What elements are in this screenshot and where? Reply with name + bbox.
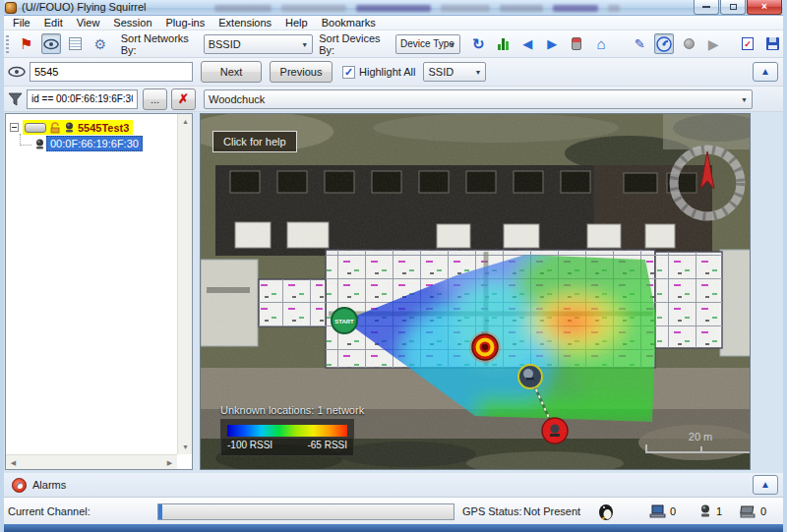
redacted-title-text — [214, 4, 620, 13]
sort-networks-select[interactable]: BSSID ▼ — [204, 34, 314, 54]
rssi-legend: Unknown locations: 1 network -100 RSSI -… — [220, 404, 364, 456]
close-button[interactable]: × — [747, 0, 782, 15]
flag-icon: ⚑ — [20, 35, 32, 53]
sort-devices-select[interactable]: Device Type ▼ — [395, 34, 460, 54]
save-button[interactable] — [762, 33, 782, 54]
gps-status-label: GPS Status: — [462, 505, 522, 517]
filter-funnel-icon — [8, 92, 23, 106]
map-selector-value: Woodchuck — [209, 93, 265, 105]
collapse-search-button[interactable]: ▲ — [753, 62, 778, 82]
home-button[interactable]: ⌂ — [591, 33, 611, 54]
device-power-button[interactable] — [567, 33, 586, 54]
menu-file[interactable]: File — [6, 17, 37, 29]
highlight-all-checkbox[interactable]: ✓ Highlight All — [342, 66, 415, 79]
menu-view[interactable]: View — [70, 17, 107, 29]
penguin-icon — [598, 502, 614, 520]
tree-connector — [20, 134, 31, 146]
back-button[interactable]: ◀ — [517, 33, 537, 54]
menu-edit[interactable]: Edit — [37, 17, 70, 29]
filter-browse-button[interactable]: ... — [143, 89, 167, 110]
gear-icon: ⚙ — [94, 36, 107, 52]
settings-button[interactable]: ⚙ — [91, 33, 110, 54]
laptop-count-value: 0 — [670, 505, 676, 517]
arrow-left-icon: ◀ — [522, 36, 532, 51]
list-icon — [69, 37, 82, 50]
chart-icon — [498, 38, 509, 50]
checkbox-check-icon: ✓ — [342, 66, 355, 79]
chevron-down-icon: ▼ — [475, 69, 482, 76]
radar-icon — [656, 36, 672, 52]
laptop-count: 0 — [649, 504, 676, 518]
chevron-down-icon: ▼ — [741, 96, 748, 103]
arrow-right-icon: ▶ — [547, 36, 557, 51]
chevron-down-icon: ▼ — [449, 41, 455, 48]
highlight-all-label: Highlight All — [359, 66, 415, 78]
network-root-label[interactable]: 5545Test3 — [78, 122, 129, 134]
maximize-button[interactable] — [720, 0, 746, 15]
help-button[interactable]: Click for help — [212, 131, 297, 152]
antenna-icon — [33, 138, 46, 150]
map-selector[interactable]: Woodchuck ▼ — [204, 89, 753, 109]
filter-expression-input[interactable] — [27, 89, 138, 109]
search-toolbar: Next Previous ✓ Highlight All SSID ▼ ▲ — [0, 58, 787, 87]
menu-extensions[interactable]: Extensions — [212, 17, 278, 29]
gps-status-value: Not Present — [523, 505, 580, 517]
next-button[interactable]: Next — [201, 61, 262, 83]
checklist-button[interactable]: ✓ — [738, 33, 757, 54]
toolbar-grip[interactable] — [6, 35, 9, 53]
menu-bar: File Edit View Session Plug-ins Extensio… — [0, 16, 787, 30]
bssid-node-label[interactable]: 00:0F:66:19:6F:30 — [46, 136, 143, 151]
map-canvas[interactable]: START — [200, 113, 751, 470]
alarms-label: Alarms — [32, 479, 66, 491]
tree-root-highlight[interactable]: 5545Test3 — [23, 120, 133, 135]
scroll-left-icon[interactable]: ◀ — [6, 455, 21, 470]
refresh-button[interactable]: ↻ — [468, 33, 488, 54]
visibility-toggle-button[interactable] — [41, 33, 61, 54]
menu-help[interactable]: Help — [278, 17, 315, 29]
tree-root-row[interactable]: 5545Test3 — [10, 120, 133, 135]
tree-collapse-icon[interactable] — [10, 123, 19, 132]
search-field-select[interactable]: SSID ▼ — [423, 62, 486, 82]
window-bottom-border — [0, 524, 787, 532]
play-button[interactable]: ▶ — [703, 33, 723, 54]
previous-button[interactable]: Previous — [270, 61, 333, 83]
legend-min-label: -100 RSSI — [227, 440, 272, 450]
sort-networks-value: BSSID — [209, 38, 241, 50]
notes-button[interactable] — [66, 33, 86, 54]
sort-devices-value: Device Type — [400, 38, 454, 49]
collapse-alarms-button[interactable]: ▲ — [753, 475, 778, 495]
scroll-up-icon[interactable]: ▲ — [178, 114, 193, 129]
statistics-button[interactable] — [493, 33, 513, 54]
tree-horizontal-scrollbar[interactable]: ◀ ▶ — [6, 454, 177, 469]
filter-toolbar: ... ✗ Woodchuck ▼ — [0, 87, 787, 112]
laptop-icon — [649, 504, 666, 518]
record-button[interactable] — [679, 33, 698, 54]
play-icon: ▶ — [708, 36, 719, 52]
legend-title: Unknown locations: 1 network — [220, 404, 364, 416]
title-bar[interactable]: (U//FOUO) Flying Squirrel × — [0, 0, 787, 16]
search-input[interactable] — [30, 62, 193, 82]
tree-child-row[interactable]: 00:0F:66:19:6F:30 — [20, 136, 143, 151]
alarms-bar[interactable]: Alarms ▲ — [0, 473, 787, 497]
window-right-border — [783, 0, 787, 532]
previous-button-label: Previous — [280, 66, 323, 78]
scroll-right-icon[interactable]: ▶ — [162, 455, 177, 470]
menu-session[interactable]: Session — [106, 17, 158, 29]
minimize-button[interactable] — [694, 0, 719, 15]
flag-button[interactable]: ⚑ — [17, 33, 36, 54]
eye-icon — [43, 38, 59, 50]
scroll-down-icon[interactable]: ▼ — [178, 440, 193, 454]
antenna-count-value: 1 — [716, 505, 722, 517]
sort-networks-label: Sort Networks By: — [121, 32, 200, 56]
tree-vertical-scrollbar[interactable]: ▲ ▼ — [177, 114, 192, 454]
network-tree-panel[interactable]: 5545Test3 00:0F:66:19:6F:30 ▲ ▼ ◀ ▶ — [5, 113, 193, 470]
menu-bookmarks[interactable]: Bookmarks — [315, 17, 383, 29]
annotate-button[interactable]: ✎ — [630, 33, 649, 54]
clear-filter-button[interactable]: ✗ — [171, 89, 196, 110]
scale-label: 20 m — [645, 431, 751, 443]
unlock-icon — [49, 122, 61, 134]
survey-mode-button[interactable] — [654, 33, 674, 54]
forward-button[interactable]: ▶ — [542, 33, 562, 54]
menu-plugins[interactable]: Plug-ins — [159, 17, 212, 29]
checklist-icon: ✓ — [742, 37, 754, 50]
